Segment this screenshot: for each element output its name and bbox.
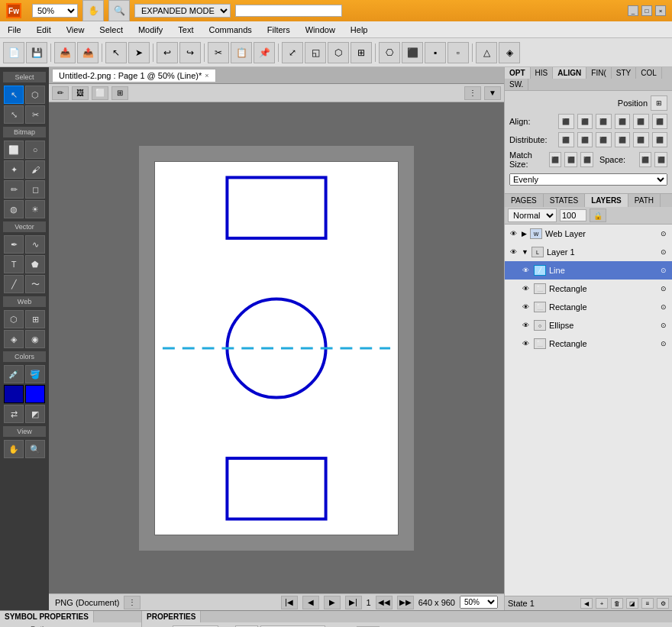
layer1-options[interactable]: ⊙ <box>658 247 669 257</box>
minimize-btn[interactable]: _ <box>628 5 638 16</box>
ellipse-eye[interactable]: 👁 <box>520 320 531 331</box>
subselect-tool[interactable]: ⬡ <box>25 86 45 104</box>
maximize-btn[interactable]: □ <box>641 5 652 16</box>
fill-color-swatch[interactable] <box>25 385 45 403</box>
rect2-eye[interactable]: 👁 <box>520 302 531 312</box>
dist-right[interactable]: ⬛ <box>596 132 611 147</box>
align-left[interactable]: ⬛ <box>558 114 573 129</box>
tab-align[interactable]: ALIGN <box>553 67 586 79</box>
scale-btn[interactable]: ⤢ <box>282 42 303 63</box>
swap-colors-btn[interactable]: ⇄ <box>4 405 24 423</box>
web-layer-row[interactable]: 👁 ▶ W Web Layer ⊙ <box>505 225 672 243</box>
marquee-tool[interactable]: ⬜ <box>4 141 24 159</box>
text-tool[interactable]: T <box>4 255 24 273</box>
match-height[interactable]: ⬛ <box>564 152 577 167</box>
slice-tool[interactable]: ⊞ <box>25 310 45 328</box>
align-middle[interactable]: ⬛ <box>633 114 648 129</box>
pen-tool[interactable]: ✒ <box>4 235 24 254</box>
align-bottom[interactable]: ⬛ <box>652 114 667 129</box>
dist-left[interactable]: ⬛ <box>558 132 573 147</box>
state-add-btn[interactable]: + <box>596 598 608 609</box>
zoom-select[interactable]: 50%100%200% <box>32 4 78 18</box>
next-btn[interactable]: ▶| <box>345 596 362 609</box>
web-layer-eye[interactable]: 👁 <box>508 228 519 239</box>
menu-view[interactable]: View <box>62 24 89 36</box>
canvas-tool-pencil[interactable]: ✏ <box>52 86 69 100</box>
menu-edit[interactable]: Edit <box>32 24 56 36</box>
status-info-btn[interactable]: ⋮ <box>124 596 141 609</box>
space-v[interactable]: ⬛ <box>654 152 667 167</box>
freeform-tool[interactable]: 〜 <box>25 275 45 293</box>
layer-lock-btn[interactable]: 🔒 <box>590 208 606 222</box>
tab-sty[interactable]: STY <box>612 67 636 79</box>
pointer-btn[interactable]: ➤ <box>128 42 150 63</box>
select-arrow-btn[interactable]: ↖ <box>105 42 127 63</box>
canvas-zoom-btn[interactable]: ▼ <box>484 86 501 100</box>
close-btn[interactable]: × <box>655 5 666 16</box>
menu-text[interactable]: Text <box>173 24 198 36</box>
tab-col[interactable]: COL <box>636 67 662 79</box>
crop-tool[interactable]: ✂ <box>25 105 45 124</box>
default-colors-btn[interactable]: ◩ <box>25 405 45 423</box>
arrow-tool[interactable]: ↖ <box>4 86 24 104</box>
align-top[interactable]: ⬛ <box>615 114 630 129</box>
prev-frame-btn[interactable]: ◀◀ <box>376 596 393 609</box>
dist-top[interactable]: ⬛ <box>615 132 630 147</box>
undo-btn[interactable]: ↩ <box>157 42 178 63</box>
rect2-options[interactable]: ⊙ <box>658 302 669 312</box>
align-right[interactable]: ⬛ <box>596 114 611 129</box>
tab-close[interactable]: × <box>205 72 208 79</box>
menu-commands[interactable]: Commands <box>205 24 257 36</box>
canvas-options-btn[interactable]: ⋮ <box>464 86 481 100</box>
vector-path-tool[interactable]: ∿ <box>25 235 45 254</box>
layer1-row[interactable]: 👁 ▼ L Layer 1 ⊙ <box>505 243 672 261</box>
align-right-btn[interactable]: ▪ <box>425 42 446 63</box>
menu-filters[interactable]: Filters <box>263 24 295 36</box>
magic-wand-tool[interactable]: ✦ <box>4 160 24 179</box>
cut-btn[interactable]: ✂ <box>208 42 229 63</box>
path-tab[interactable]: PATH <box>628 194 661 207</box>
layers-tab[interactable]: LAYERS <box>585 194 628 207</box>
copy-btn[interactable]: 📋 <box>231 42 252 63</box>
zoom-status-select[interactable]: 50%100% <box>460 596 498 609</box>
play-btn[interactable]: ▶ <box>324 596 341 609</box>
eraser-tool[interactable]: ◻ <box>25 180 45 199</box>
menu-file[interactable]: File <box>3 24 26 36</box>
rect1-layer-row[interactable]: 👁 ⬜ Rectangle ⊙ <box>505 280 672 298</box>
line-layer-row[interactable]: 👁 ╱ Line ⊙ <box>505 261 672 280</box>
active-tab[interactable]: Untitled-2.png : Page 1 @ 50% (Line)* × <box>52 69 216 82</box>
dodge-tool[interactable]: ☀ <box>25 200 45 218</box>
distort-btn[interactable]: ⬡ <box>328 42 349 63</box>
mode-select[interactable]: EXPANDED MODE <box>134 4 231 18</box>
canvas[interactable] <box>49 102 504 593</box>
skew-btn[interactable]: ◱ <box>305 42 326 63</box>
line-options[interactable]: ⊙ <box>658 265 669 276</box>
prev-btn[interactable]: ◀ <box>302 596 319 609</box>
state-options-btn[interactable]: ⚙ <box>657 598 669 609</box>
shape-tool[interactable]: ⬟ <box>25 255 45 273</box>
pointer-web-tool[interactable]: ◉ <box>25 330 45 348</box>
space-dropdown[interactable]: Evenly Current Page <box>509 173 667 186</box>
rect3-eye[interactable]: 👁 <box>520 338 531 349</box>
save-btn[interactable]: 💾 <box>26 42 47 63</box>
rect3-options[interactable]: ⊙ <box>658 338 669 349</box>
align-left-btn[interactable]: ⬛ <box>402 42 423 63</box>
line-eye[interactable]: 👁 <box>520 265 531 276</box>
match-both[interactable]: ⬛ <box>580 152 593 167</box>
align-top-btn[interactable]: ▫ <box>447 42 469 63</box>
state-prev-btn[interactable]: ◀ <box>580 598 593 609</box>
ellipse-layer-row[interactable]: 👁 ○ Ellipse ⊙ <box>505 316 672 335</box>
eyedropper-tool[interactable]: 💉 <box>4 365 24 383</box>
dist-center-h[interactable]: ⬛ <box>577 132 593 147</box>
web-layer-expand[interactable]: ▶ <box>522 230 527 238</box>
properties-tab[interactable]: PROPERTIES <box>142 611 201 622</box>
lasso-tool[interactable]: ○ <box>25 141 45 159</box>
menu-window[interactable]: Window <box>301 24 340 36</box>
paste-btn[interactable]: 📌 <box>254 42 275 63</box>
rect1-eye[interactable]: 👁 <box>520 283 531 294</box>
import-btn[interactable]: 📥 <box>54 42 76 63</box>
canvas-tool-grid[interactable]: ⊞ <box>111 86 128 100</box>
hand-pan-tool[interactable]: ✋ <box>4 440 24 458</box>
state-dup-btn[interactable]: ◪ <box>626 598 638 609</box>
menu-select[interactable]: Select <box>95 24 128 36</box>
